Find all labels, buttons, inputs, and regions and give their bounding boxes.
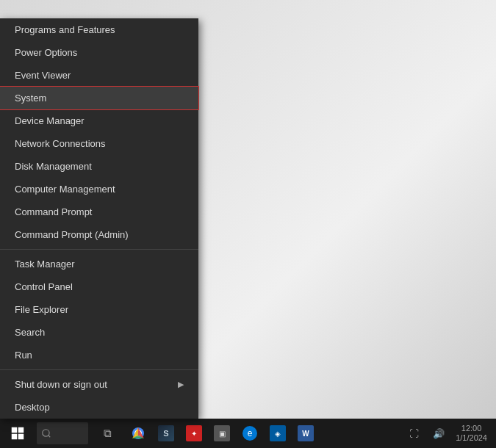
tray-network-icon[interactable]: ⛶	[403, 422, 425, 444]
menu-item-label-command-prompt-admin: Command Prompt (Admin)	[15, 229, 129, 240]
svg-line-5	[48, 436, 51, 438]
menu-item-disk-management[interactable]: Disk Management	[0, 155, 198, 178]
menu-separator-14	[0, 369, 198, 370]
taskbar-steam[interactable]: S	[153, 420, 179, 447]
taskbar-search-icon	[41, 428, 51, 438]
taskbar-task-view: ⧉	[93, 419, 122, 448]
menu-item-desktop[interactable]: Desktop	[0, 396, 198, 419]
menu-item-search[interactable]: Search	[0, 321, 198, 344]
taskbar-search[interactable]	[37, 422, 88, 444]
menu-item-label-programs-features: Programs and Features	[15, 24, 115, 35]
menu-item-arrow-shut-down-sign-out: ▶	[178, 380, 184, 389]
taskbar-app4[interactable]: ▣	[209, 420, 235, 447]
steam-icon: S	[158, 425, 174, 441]
menu-item-task-manager[interactable]: Task Manager	[0, 253, 198, 275]
menu-item-computer-management[interactable]: Computer Management	[0, 178, 198, 200]
menu-separator-9	[0, 249, 198, 250]
start-button[interactable]	[0, 419, 35, 448]
menu-item-label-command-prompt: Command Prompt	[15, 206, 92, 217]
taskbar: ⧉ S ✦ ▣	[0, 419, 496, 448]
menu-item-label-power-options: Power Options	[15, 47, 77, 58]
app3-icon: ✦	[186, 425, 202, 441]
menu-item-label-task-manager: Task Manager	[15, 259, 75, 270]
menu-item-label-shut-down-sign-out: Shut down or sign out	[15, 379, 107, 390]
menu-item-label-computer-management: Computer Management	[15, 184, 115, 195]
tray-volume-icon[interactable]: 🔊	[428, 422, 450, 444]
menu-item-system[interactable]: System	[0, 87, 198, 109]
tray-date: 1/1/2024	[456, 433, 487, 443]
word-icon: W	[298, 425, 314, 441]
menu-item-shut-down-sign-out[interactable]: Shut down or sign out▶	[0, 373, 198, 396]
menu-item-label-run: Run	[15, 350, 32, 361]
svg-point-4	[43, 430, 49, 436]
menu-item-label-control-panel: Control Panel	[15, 281, 73, 292]
taskbar-app3[interactable]: ✦	[181, 420, 207, 447]
menu-item-event-viewer[interactable]: Event Viewer	[0, 64, 198, 87]
svg-rect-1	[18, 427, 24, 433]
taskbar-word[interactable]: W	[292, 420, 319, 447]
context-menu: Programs and FeaturesPower OptionsEvent …	[0, 18, 198, 419]
menu-item-label-event-viewer: Event Viewer	[15, 70, 71, 81]
menu-item-label-system: System	[15, 93, 46, 104]
taskbar-chrome[interactable]	[125, 420, 151, 447]
menu-item-programs-features[interactable]: Programs and Features	[0, 18, 198, 41]
menu-item-network-connections[interactable]: Network Connections	[0, 132, 198, 155]
taskbar-edge[interactable]: e	[237, 420, 263, 447]
menu-item-control-panel[interactable]: Control Panel	[0, 275, 198, 298]
menu-item-label-network-connections: Network Connections	[15, 138, 106, 149]
menu-item-run[interactable]: Run	[0, 344, 198, 366]
app6-icon: ◈	[270, 425, 286, 441]
windows-icon	[11, 427, 24, 440]
taskbar-apps: S ✦ ▣ e ◈	[125, 420, 319, 447]
system-tray: ⛶ 🔊 12:00 1/1/2024	[403, 422, 496, 444]
tray-clock[interactable]: 12:00 1/1/2024	[453, 424, 490, 443]
menu-item-command-prompt[interactable]: Command Prompt	[0, 200, 198, 223]
menu-item-label-device-manager: Device Manager	[15, 115, 85, 126]
menu-item-command-prompt-admin[interactable]: Command Prompt (Admin)	[0, 223, 198, 246]
chrome-icon	[130, 425, 146, 441]
task-view-button[interactable]: ⧉	[93, 419, 122, 448]
menu-item-label-search: Search	[15, 327, 45, 338]
menu-item-label-disk-management: Disk Management	[15, 161, 92, 172]
app4-icon: ▣	[214, 425, 230, 441]
tray-time: 12:00	[456, 424, 487, 433]
svg-rect-0	[12, 427, 18, 433]
menu-item-file-explorer[interactable]: File Explorer	[0, 298, 198, 321]
svg-rect-3	[18, 434, 24, 440]
menu-item-label-desktop: Desktop	[15, 402, 50, 413]
edge-icon: e	[242, 425, 258, 441]
menu-item-device-manager[interactable]: Device Manager	[0, 109, 198, 132]
menu-item-power-options[interactable]: Power Options	[0, 41, 198, 64]
svg-text:e: e	[248, 428, 253, 438]
menu-item-label-file-explorer: File Explorer	[15, 304, 68, 315]
taskbar-app6[interactable]: ◈	[265, 420, 291, 447]
svg-rect-2	[12, 434, 18, 440]
